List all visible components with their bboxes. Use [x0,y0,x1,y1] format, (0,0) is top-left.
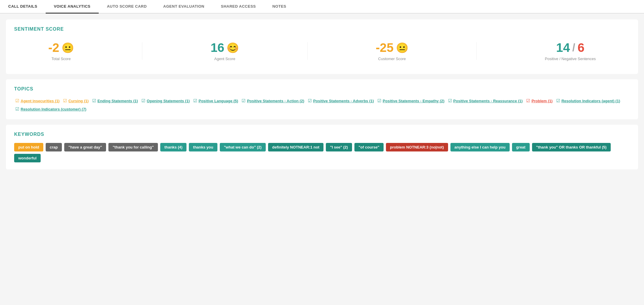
keyword-i-see[interactable]: "I see" (2) [326,143,352,151]
topic-label-positive-statements-action[interactable]: Positive Statements - Action (2) [247,99,304,103]
topic-check-opening-statements: ☑ [141,98,145,103]
topic-positive-statements-reassurance[interactable]: ☑ Positive Statements - Reassurance (1) [447,98,524,104]
total-score-label: Total Score [48,57,74,61]
negative-count: 6 [578,41,584,55]
agent-score-value: 16 😊 [211,41,239,55]
keyword-put-on-hold[interactable]: put on hold [14,143,43,151]
topics-title: TOPICS [14,86,630,92]
topic-ending-statements[interactable]: ☑ Ending Statements (1) [91,98,139,104]
topic-label-opening-statements[interactable]: Opening Statements (1) [147,99,190,103]
topic-resolution-indicators-customer[interactable]: ☑ Resolution Indicators (customer) (7) [14,106,87,112]
customer-score-label: Customer Score [376,57,408,61]
agent-score-emoji: 😊 [227,42,239,54]
total-score-item: -2 😐 Total Score [48,41,74,61]
main-content: SENTIMENT SCORE -2 😐 Total Score 16 😊 Ag… [0,14,644,181]
topic-opening-statements[interactable]: ☑ Opening Statements (1) [140,98,191,104]
agent-score-label: Agent Score [211,57,239,61]
topic-problem[interactable]: ☑ Problem (1) [525,98,554,104]
sentiment-title: SENTIMENT SCORE [14,27,630,32]
keyword-problem-notnear[interactable]: problem NOTNEAR:3 (no|not) [386,143,448,151]
agent-score-number: 16 [211,41,224,55]
tab-bar: CALL DETAILSVOICE ANALYTICSAUTO SCORE CA… [0,0,644,14]
topic-positive-statements-action[interactable]: ☑ Positive Statements - Action (2) [240,98,306,104]
topic-label-resolution-indicators-customer[interactable]: Resolution Indicators (customer) (7) [21,107,86,111]
tab-shared-access[interactable]: SHARED ACCESS [213,0,264,14]
topic-check-positive-statements-adverbs: ☑ [308,98,312,103]
pos-neg-value: 14 / 6 [545,41,596,55]
keyword-thanks-4[interactable]: thanks (4) [160,143,186,151]
keywords-title: KEYWORDS [14,132,630,137]
topic-label-positive-language[interactable]: Positive Language (5) [199,99,238,103]
topic-check-resolution-indicators-agent: ☑ [556,98,560,103]
total-score-number: -2 [48,41,59,55]
customer-score-emoji: 😐 [396,42,408,54]
topic-positive-language[interactable]: ☑ Positive Language (5) [192,98,239,104]
customer-score-item: -25 😐 Customer Score [376,41,408,61]
topic-check-positive-language: ☑ [193,98,197,103]
topic-check-cursing: ☑ [63,98,67,103]
topic-check-resolution-indicators-customer: ☑ [15,106,19,112]
total-score-value: -2 😐 [48,41,74,55]
keyword-thanks-you[interactable]: thanks you [189,143,217,151]
keyword-thank-you-or-thanks[interactable]: "thank you" OR thanks OR thankful (5) [532,143,611,151]
topic-label-resolution-indicators-agent[interactable]: Resolution Indicators (agent) (1) [562,99,620,103]
topic-label-cursing[interactable]: Cursing (1) [68,99,89,103]
topic-check-ending-statements: ☑ [92,98,96,103]
topic-cursing[interactable]: ☑ Cursing (1) [62,98,90,104]
tab-call-details[interactable]: CALL DETAILS [0,0,46,14]
topic-label-problem[interactable]: Problem (1) [531,99,553,103]
topic-agent-insecurities[interactable]: ☑ Agent insecurities (1) [14,98,61,104]
divider-1 [142,42,142,60]
topic-positive-statements-adverbs[interactable]: ☑ Positive Statements - Adverbs (1) [307,98,375,104]
keyword-definitely-notnear[interactable]: definitely NOTNEAR:1 not [268,143,323,151]
topic-label-positive-statements-empathy[interactable]: Positive Statements - Empathy (2) [383,99,445,103]
keyword-have-a-great-day[interactable]: "have a great day" [64,143,106,151]
agent-score-item: 16 😊 Agent Score [211,41,239,61]
topic-check-problem: ☑ [526,98,530,103]
topic-resolution-indicators-agent[interactable]: ☑ Resolution Indicators (agent) (1) [555,98,621,104]
keyword-great[interactable]: great [512,143,530,151]
topic-label-agent-insecurities[interactable]: Agent insecurities (1) [21,99,60,103]
divider-2 [307,42,308,60]
topics-list: ☑ Agent insecurities (1) ☑ Cursing (1) ☑… [14,98,630,112]
pos-neg-label: Positive / Negative Sentences [545,57,596,61]
customer-score-value: -25 😐 [376,41,408,55]
customer-score-number: -25 [376,41,394,55]
keywords-section: KEYWORDS put on holdcrap"have a great da… [6,125,638,169]
scores-grid: -2 😐 Total Score 16 😊 Agent Score -25 😐 [14,38,630,67]
keywords-list: put on holdcrap"have a great day""thank … [14,143,630,162]
total-score-emoji: 😐 [62,42,74,54]
topic-check-positive-statements-empathy: ☑ [377,98,381,103]
topics-section: TOPICS ☑ Agent insecurities (1) ☑ Cursin… [6,79,638,119]
keyword-of-course[interactable]: "of course" [354,143,384,151]
tab-voice-analytics[interactable]: VOICE ANALYTICS [46,0,99,14]
topic-check-positive-statements-action: ☑ [242,98,245,103]
keyword-thank-you-for-calling[interactable]: "thank you for calling" [108,143,158,151]
keyword-what-we-can-do[interactable]: "what we can do" (2) [220,143,266,151]
keyword-crap[interactable]: crap [46,143,62,151]
tab-notes[interactable]: NOTES [264,0,294,14]
tab-auto-score-card[interactable]: AUTO SCORE CARD [99,0,155,14]
topic-label-positive-statements-reassurance[interactable]: Positive Statements - Reassurance (1) [453,99,523,103]
sentiment-score-section: SENTIMENT SCORE -2 😐 Total Score 16 😊 Ag… [6,19,638,74]
pos-neg-slash: / [572,42,575,54]
keyword-wonderful[interactable]: wonderful [14,154,41,162]
topic-label-ending-statements[interactable]: Ending Statements (1) [98,99,138,103]
topic-check-positive-statements-reassurance: ☑ [448,98,452,103]
pos-neg-item: 14 / 6 Positive / Negative Sentences [545,41,596,61]
topic-check-agent-insecurities: ☑ [15,98,19,103]
topic-positive-statements-empathy[interactable]: ☑ Positive Statements - Empathy (2) [376,98,446,104]
tab-agent-evaluation[interactable]: AGENT EVALUATION [155,0,213,14]
divider-3 [476,42,477,60]
topic-label-positive-statements-adverbs[interactable]: Positive Statements - Adverbs (1) [313,99,374,103]
keyword-anything-else[interactable]: anything else I can help you [450,143,510,151]
positive-count: 14 [556,41,570,55]
